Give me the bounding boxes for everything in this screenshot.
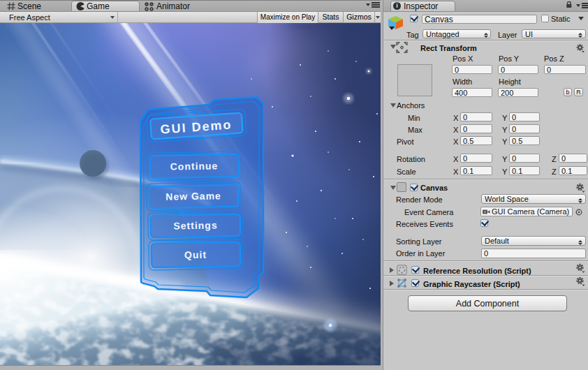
svg-text:Continue: Continue <box>170 160 219 172</box>
svg-text:Settings: Settings <box>173 219 218 231</box>
svg-text:New Game: New Game <box>166 190 221 202</box>
svg-text:Quit: Quit <box>184 249 207 261</box>
